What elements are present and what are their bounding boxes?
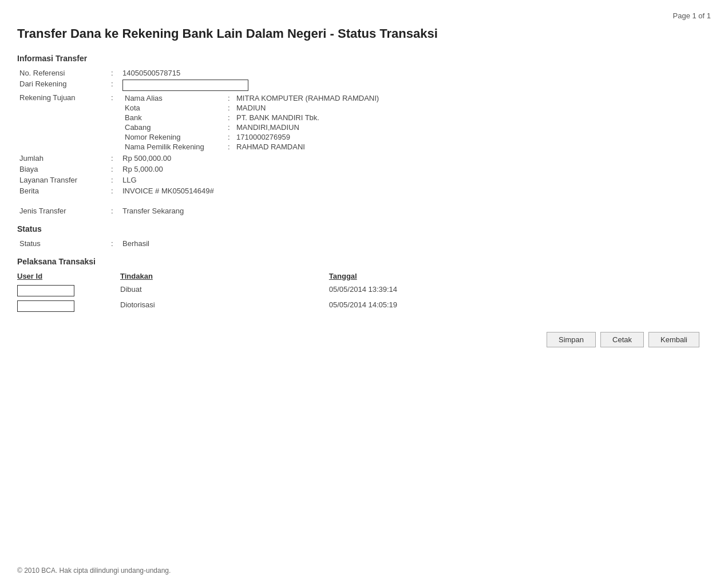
- user-id-redacted-1: [17, 285, 74, 296]
- colon: :: [109, 175, 120, 185]
- tanggal-cell: 05/05/2014 14:05:19: [329, 299, 711, 315]
- sub-label: Bank: [122, 113, 225, 122]
- sub-value: MADIUN: [234, 103, 709, 113]
- tanggal-cell: 05/05/2014 13:39:14: [329, 284, 711, 299]
- footer: © 2010 BCA. Hak cipta dilindungi undang-…: [17, 567, 171, 575]
- col-tanggal: Tanggal: [329, 271, 711, 284]
- user-id-redacted-2: [17, 300, 74, 312]
- sub-value: MANDIRI,MADIUN: [234, 122, 709, 132]
- field-label: Jenis Transfer: [17, 205, 109, 216]
- jenis-transfer-table: Jenis Transfer : Transfer Sekarang: [17, 205, 711, 216]
- table-row: Nomor Rekening : 1710000276959: [122, 132, 709, 142]
- dari-rekening-redacted: [122, 80, 248, 91]
- field-value: 14050500578715: [120, 68, 711, 78]
- field-label: Dari Rekening: [17, 78, 109, 92]
- table-row: Jenis Transfer : Transfer Sekarang: [17, 205, 711, 216]
- colon: :: [225, 93, 234, 103]
- col-tindakan: Tindakan: [120, 271, 329, 284]
- table-row: Diotorisasi 05/05/2014 14:05:19: [17, 299, 711, 315]
- user-id-cell: [17, 299, 120, 315]
- user-id-cell: [17, 284, 120, 299]
- col-user-id: User Id: [17, 271, 120, 284]
- page-number: Page 1 of 1: [17, 11, 711, 20]
- sub-value: RAHMAD RAMDANI: [234, 142, 709, 152]
- colon: :: [109, 164, 120, 175]
- colon: :: [225, 132, 234, 142]
- table-row: Kota : MADIUN: [122, 103, 709, 113]
- table-row: Nama Pemilik Rekening : RAHMAD RAMDANI: [122, 142, 709, 152]
- kembali-button[interactable]: Kembali: [648, 332, 699, 347]
- field-label: No. Referensi: [17, 68, 109, 78]
- colon: :: [225, 103, 234, 113]
- sub-label: Nomor Rekening: [122, 132, 225, 142]
- colon: :: [109, 92, 120, 153]
- table-row: Dibuat 05/05/2014 13:39:14: [17, 284, 711, 299]
- sub-label: Cabang: [122, 122, 225, 132]
- field-label: Rekening Tujuan: [17, 92, 109, 153]
- field-label: Biaya: [17, 164, 109, 175]
- colon: :: [109, 185, 120, 196]
- colon: :: [225, 122, 234, 132]
- field-value: Rp 500,000.00: [120, 153, 711, 164]
- tindakan-cell: Dibuat: [120, 284, 329, 299]
- field-value: Transfer Sekarang: [120, 205, 711, 216]
- colon: :: [225, 113, 234, 122]
- status-table: Status : Berhasil: [17, 238, 711, 249]
- colon: :: [225, 142, 234, 152]
- colon: :: [109, 78, 120, 92]
- colon: :: [109, 238, 120, 249]
- table-header-row: User Id Tindakan Tanggal: [17, 271, 711, 284]
- field-value: Rp 5,000.00: [120, 164, 711, 175]
- dari-rekening-value: [120, 78, 711, 92]
- field-label: Berita: [17, 185, 109, 196]
- field-value: INVOICE # MK050514649#: [120, 185, 711, 196]
- field-label: Status: [17, 238, 109, 249]
- field-label: Layanan Transfer: [17, 175, 109, 185]
- sub-label: Nama Pemilik Rekening: [122, 142, 225, 152]
- button-area: Simpan Cetak Kembali: [17, 332, 699, 347]
- colon: :: [109, 205, 120, 216]
- pelaksana-title: Pelaksana Transaksi: [17, 257, 711, 266]
- sub-label: Kota: [122, 103, 225, 113]
- simpan-button[interactable]: Simpan: [547, 332, 596, 347]
- field-label: Jumlah: [17, 153, 109, 164]
- sub-value: 1710000276959: [234, 132, 709, 142]
- cetak-button[interactable]: Cetak: [600, 332, 644, 347]
- table-row: Dari Rekening :: [17, 78, 711, 92]
- tindakan-cell: Diotorisasi: [120, 299, 329, 315]
- field-value: LLG: [120, 175, 711, 185]
- sub-value: PT. BANK MANDIRI Tbk.: [234, 113, 709, 122]
- colon: :: [109, 68, 120, 78]
- table-row: Berita : INVOICE # MK050514649#: [17, 185, 711, 196]
- sub-value: MITRA KOMPUTER (RAHMAD RAMDANI): [234, 93, 709, 103]
- table-row: Layanan Transfer : LLG: [17, 175, 711, 185]
- sub-label: Nama Alias: [122, 93, 225, 103]
- colon: :: [109, 153, 120, 164]
- table-row: Rekening Tujuan : Nama Alias : MITRA KOM…: [17, 92, 711, 153]
- table-row: Bank : PT. BANK MANDIRI Tbk.: [122, 113, 709, 122]
- table-row: Jumlah : Rp 500,000.00: [17, 153, 711, 164]
- table-row: Nama Alias : MITRA KOMPUTER (RAHMAD RAMD…: [122, 93, 709, 103]
- rekening-tujuan-value: Nama Alias : MITRA KOMPUTER (RAHMAD RAMD…: [120, 92, 711, 153]
- page-title: Transfer Dana ke Rekening Bank Lain Dala…: [17, 26, 711, 42]
- table-row: Cabang : MANDIRI,MADIUN: [122, 122, 709, 132]
- table-row: Status : Berhasil: [17, 238, 711, 249]
- pelaksana-table: User Id Tindakan Tanggal Dibuat 05/05/20…: [17, 271, 711, 315]
- rekening-tujuan-table: Nama Alias : MITRA KOMPUTER (RAHMAD RAMD…: [122, 93, 709, 152]
- informasi-transfer-table: No. Referensi : 14050500578715 Dari Reke…: [17, 68, 711, 196]
- status-title: Status: [17, 224, 711, 233]
- table-row: No. Referensi : 14050500578715: [17, 68, 711, 78]
- field-value: Berhasil: [120, 238, 711, 249]
- table-row: Biaya : Rp 5,000.00: [17, 164, 711, 175]
- informasi-transfer-title: Informasi Transfer: [17, 54, 711, 63]
